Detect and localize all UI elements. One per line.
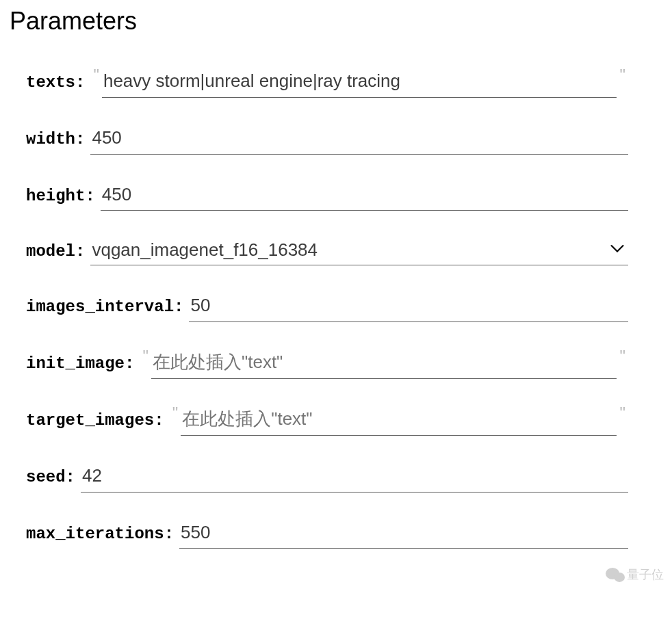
label-height: height:: [26, 187, 95, 205]
label-max-iterations: max_iterations:: [26, 525, 174, 543]
param-row-height: height:: [0, 168, 672, 225]
label-texts: texts:: [26, 73, 85, 92]
quote-close-icon: ": [617, 67, 628, 83]
label-init-image: init_image:: [26, 354, 134, 373]
label-seed: seed:: [26, 468, 75, 486]
param-row-init-image: init_image: " ": [0, 336, 672, 393]
height-input[interactable]: [101, 182, 628, 211]
texts-input[interactable]: [102, 68, 617, 98]
quote-open-icon: ": [140, 348, 151, 365]
label-model: model:: [26, 242, 85, 261]
quote-open-icon: ": [170, 405, 181, 421]
wechat-icon: [606, 566, 625, 583]
quote-close-icon: ": [617, 405, 628, 421]
quote-open-icon: ": [90, 67, 102, 83]
param-row-target-images: target_images: " ": [0, 393, 672, 449]
section-title: Parameters: [0, 0, 672, 36]
target-images-input[interactable]: [181, 406, 617, 436]
param-row-width: width:: [0, 111, 672, 168]
images-interval-input[interactable]: [189, 293, 628, 322]
param-row-max-iterations: max_iterations:: [0, 506, 672, 563]
param-row-model: model: vqgan_imagenet_f16_16384: [0, 224, 672, 279]
param-row-images-interval: images_interval:: [0, 279, 672, 336]
param-row-texts: texts: " ": [0, 55, 672, 111]
quote-close-icon: ": [617, 348, 628, 365]
label-images-interval: images_interval:: [26, 298, 183, 316]
label-width: width:: [26, 130, 85, 148]
init-image-input[interactable]: [151, 350, 617, 379]
label-target-images: target_images:: [26, 411, 164, 430]
watermark-text: 量子位: [627, 566, 664, 583]
width-input[interactable]: [90, 125, 628, 155]
max-iterations-input[interactable]: [179, 520, 628, 549]
svg-point-1: [614, 573, 625, 582]
watermark: 量子位: [606, 566, 664, 583]
seed-input[interactable]: [81, 463, 628, 493]
model-select[interactable]: vqgan_imagenet_f16_16384: [90, 238, 628, 265]
param-row-seed: seed:: [0, 449, 672, 506]
